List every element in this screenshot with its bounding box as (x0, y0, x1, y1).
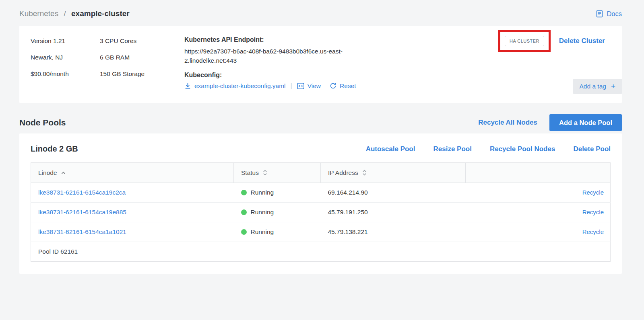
pool-id-label: Pool ID 62161 (31, 242, 611, 262)
pool-action-links: Autoscale Pool Resize Pool Recycle Pool … (366, 145, 611, 153)
node-pool-card: Linode 2 GB Autoscale Pool Resize Pool R… (19, 133, 622, 274)
sort-icon (262, 169, 268, 176)
table-row: lke38731-62161-6154ca19c2ca Running 69.1… (31, 183, 611, 203)
spec-price: $90.00/month (31, 70, 100, 78)
status-header-label: Status (241, 169, 259, 176)
api-endpoint-label: Kubernetes API Endpoint: (184, 36, 374, 43)
spec-storage: 150 GB Storage (100, 70, 168, 78)
node-pools-actions: Recycle All Nodes Add a Node Pool (478, 114, 622, 131)
spec-ram: 6 GB RAM (100, 54, 168, 61)
sort-icon (362, 169, 367, 176)
linode-cell: lke38731-62161-6154ca19e885 (31, 203, 234, 222)
linode-link[interactable]: lke38731-62161-6154ca19e885 (38, 209, 126, 215)
annotation-highlight-box: HA CLUSTER (498, 30, 551, 52)
docs-label: Docs (607, 10, 622, 18)
kubeconfig-filename: example-cluster-kubeconfig.yaml (194, 82, 286, 90)
status-label: Running (251, 228, 274, 235)
status-cell: Running (234, 203, 321, 222)
kubeconfig-label: Kubeconfig: (184, 72, 374, 79)
status-running-icon (241, 229, 247, 235)
table-row: lke38731-62161-6154ca19e885 Running 45.7… (31, 203, 611, 222)
delete-cluster-button[interactable]: Delete Cluster (559, 37, 605, 45)
recycle-pool-nodes-button[interactable]: Recycle Pool Nodes (490, 145, 555, 153)
autoscale-pool-button[interactable]: Autoscale Pool (366, 145, 415, 153)
breadcrumb: Kubernetes / example-cluster (19, 9, 130, 18)
node-pools-header: Node Pools Recycle All Nodes Add a Node … (19, 114, 622, 131)
status-label: Running (251, 189, 274, 196)
docs-icon (596, 10, 603, 18)
view-label: View (308, 82, 321, 90)
cluster-specs: Version 1.21 3 CPU Cores Newark, NJ 6 GB… (31, 36, 168, 93)
action-cell: Recycle (466, 183, 611, 203)
recycle-node-button[interactable]: Recycle (582, 228, 604, 235)
top-bar: Kubernetes / example-cluster Docs (19, 6, 622, 21)
reset-label: Reset (340, 82, 356, 90)
pool-card-header: Linode 2 GB Autoscale Pool Resize Pool R… (31, 144, 611, 154)
ip-header-label: IP Address (328, 169, 358, 176)
spec-version: Version 1.21 (31, 37, 100, 45)
docs-link[interactable]: Docs (596, 10, 622, 18)
resize-pool-button[interactable]: Resize Pool (433, 145, 471, 153)
linode-link[interactable]: lke38731-62161-6154ca1a1021 (38, 228, 126, 235)
pool-title: Linode 2 GB (31, 144, 78, 154)
column-header-linode[interactable]: Linode (31, 163, 234, 183)
breadcrumb-kubernetes-link[interactable]: Kubernetes (19, 9, 58, 18)
ha-cluster-badge: HA CLUSTER (505, 36, 544, 46)
kubernetes-cluster-page: Kubernetes / example-cluster Docs Versio… (0, 0, 644, 274)
view-kubeconfig-link[interactable]: View (297, 82, 321, 90)
recycle-all-nodes-button[interactable]: Recycle All Nodes (478, 119, 537, 127)
spec-region: Newark, NJ (31, 54, 100, 61)
breadcrumb-separator: / (64, 9, 66, 18)
table-row: lke38731-62161-6154ca1a1021 Running 45.7… (31, 222, 611, 242)
divider: | (291, 82, 292, 90)
status-running-icon (241, 209, 247, 215)
delete-pool-button[interactable]: Delete Pool (573, 145, 611, 153)
table-footer-row: Pool ID 62161 (31, 242, 611, 262)
status-label: Running (251, 209, 274, 215)
add-tag-label: Add a tag (580, 83, 606, 90)
endpoint-block: Kubernetes API Endpoint: https://9e2a730… (184, 36, 374, 93)
download-icon (184, 82, 191, 89)
nodes-table: Linode Status (31, 162, 611, 262)
kubeconfig-download-link[interactable]: example-cluster-kubeconfig.yaml (184, 82, 286, 90)
recycle-node-button[interactable]: Recycle (582, 189, 604, 196)
column-header-ip[interactable]: IP Address (321, 163, 466, 183)
linode-cell: lke38731-62161-6154ca1a1021 (31, 222, 234, 242)
reset-icon (330, 82, 336, 89)
table-header-row: Linode Status (31, 163, 611, 183)
status-cell: Running (234, 183, 321, 203)
cluster-summary-card: Version 1.21 3 CPU Cores Newark, NJ 6 GB… (19, 26, 622, 103)
ip-cell: 45.79.138.221 (321, 222, 466, 242)
plus-icon: + (611, 84, 615, 89)
status-running-icon (241, 190, 247, 195)
linode-cell: lke38731-62161-6154ca19c2ca (31, 183, 234, 203)
status-cell: Running (234, 222, 321, 242)
linode-header-label: Linode (38, 169, 57, 176)
add-node-pool-button[interactable]: Add a Node Pool (549, 114, 622, 131)
api-endpoint-url: https://9e2a7307-b6ac-408f-ba62-9483b0b3… (184, 47, 374, 66)
ip-cell: 69.164.214.90 (321, 183, 466, 203)
node-pools-title: Node Pools (19, 118, 66, 127)
linode-link[interactable]: lke38731-62161-6154ca19c2ca (38, 189, 126, 196)
action-cell: Recycle (466, 203, 611, 222)
sort-ascending-icon (61, 171, 66, 174)
spec-cpu: 3 CPU Cores (100, 37, 168, 45)
breadcrumb-cluster-name: example-cluster (71, 9, 130, 18)
reset-kubeconfig-link[interactable]: Reset (330, 82, 356, 90)
column-header-actions (466, 163, 611, 183)
kubeconfig-actions: example-cluster-kubeconfig.yaml | View R… (184, 82, 374, 90)
code-icon (297, 83, 304, 89)
ip-cell: 45.79.191.250 (321, 203, 466, 222)
action-cell: Recycle (466, 222, 611, 242)
add-tag-button[interactable]: Add a tag + (573, 79, 622, 94)
recycle-node-button[interactable]: Recycle (582, 209, 604, 215)
column-header-status[interactable]: Status (234, 163, 321, 183)
